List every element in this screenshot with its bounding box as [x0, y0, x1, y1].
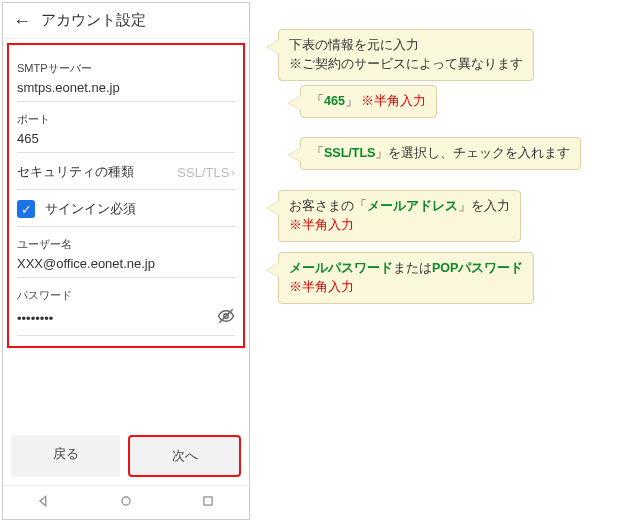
password-label: パスワード	[17, 288, 235, 303]
password-input[interactable]: ••••••••	[17, 311, 53, 326]
security-label: セキュリティの種類	[17, 163, 134, 181]
callout-security: 「SSL/TLS」を選択し、チェックを入れます	[300, 137, 581, 170]
signin-required-row[interactable]: ✓ サインイン必須	[17, 190, 235, 227]
username-field: ユーザー名 XXX@office.eonet.ne.jp	[17, 237, 235, 278]
signin-required-label: サインイン必須	[45, 200, 136, 218]
username-input[interactable]: XXX@office.eonet.ne.jp	[17, 252, 235, 278]
button-row: 戻る 次へ	[3, 427, 249, 485]
checkbox-checked-icon[interactable]: ✓	[17, 200, 35, 218]
back-button[interactable]: 戻る	[11, 435, 120, 477]
nav-recent-icon[interactable]	[201, 494, 215, 511]
svg-point-2	[122, 497, 130, 505]
android-navbar	[3, 485, 249, 519]
svg-rect-3	[204, 497, 212, 505]
port-label: ポート	[17, 112, 235, 127]
password-field: パスワード ••••••••	[17, 288, 235, 336]
eye-off-icon[interactable]	[217, 307, 235, 329]
page-title: アカウント設定	[41, 11, 146, 30]
next-button[interactable]: 次へ	[128, 435, 241, 477]
security-value: SSL/TLS ›	[177, 165, 235, 180]
phone-frame: ← アカウント設定 SMTPサーバー smtps.eonet.ne.jp ポート…	[2, 2, 250, 520]
security-row[interactable]: セキュリティの種類 SSL/TLS ›	[17, 153, 235, 190]
callout-port: 「465」 ※半角入力	[300, 85, 437, 118]
chevron-right-icon: ›	[231, 166, 235, 178]
callout-username: お客さまの「メールアドレス」を入力 ※半角入力	[278, 190, 521, 242]
form-highlight-box: SMTPサーバー smtps.eonet.ne.jp ポート 465 セキュリテ…	[7, 43, 245, 348]
smtp-input[interactable]: smtps.eonet.ne.jp	[17, 76, 235, 102]
smtp-field: SMTPサーバー smtps.eonet.ne.jp	[17, 61, 235, 102]
titlebar: ← アカウント設定	[3, 3, 249, 39]
spacer	[3, 348, 249, 427]
smtp-label: SMTPサーバー	[17, 61, 235, 76]
port-field: ポート 465	[17, 112, 235, 153]
username-label: ユーザー名	[17, 237, 235, 252]
nav-home-icon[interactable]	[119, 494, 133, 511]
back-arrow-icon[interactable]: ←	[13, 12, 31, 30]
callout-general: 下表の情報を元に入力 ※ご契約のサービスによって異なります	[278, 29, 534, 81]
callout-password: メールパスワードまたはPOPパスワード ※半角入力	[278, 252, 534, 304]
nav-back-icon[interactable]	[37, 494, 51, 511]
port-input[interactable]: 465	[17, 127, 235, 153]
